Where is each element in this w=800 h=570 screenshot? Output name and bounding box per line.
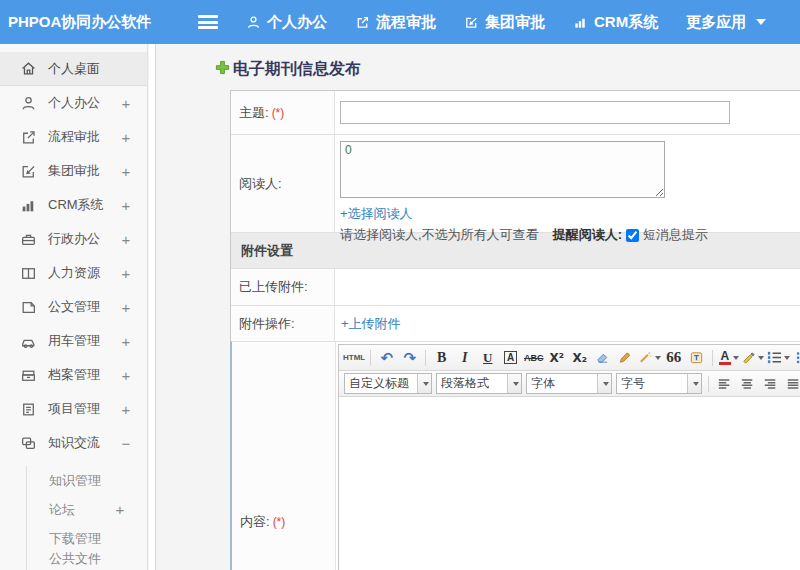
nav-item-crm-system[interactable]: CRM系统 bbox=[573, 13, 658, 32]
paste-text-icon[interactable] bbox=[686, 347, 707, 368]
expand-icon[interactable]: + bbox=[119, 401, 133, 418]
workflow-icon bbox=[20, 129, 37, 146]
auto-typeset-icon[interactable] bbox=[638, 347, 661, 368]
custom-title-dropdown[interactable]: 自定义标题 bbox=[344, 373, 432, 394]
sidebar-item-group-approval[interactable]: 集团审批 + bbox=[0, 154, 147, 188]
underline-button[interactable]: U bbox=[477, 347, 498, 368]
subject-input[interactable] bbox=[340, 101, 730, 124]
sidebar-item-label: 项目管理 bbox=[48, 400, 119, 418]
editor-content-area[interactable] bbox=[339, 397, 800, 570]
source-code-button[interactable]: HTML bbox=[343, 347, 365, 368]
expand-icon[interactable]: + bbox=[113, 501, 127, 518]
sidebar-item-label: 公文管理 bbox=[48, 298, 119, 316]
uploaded-attachments-value bbox=[335, 269, 800, 305]
rich-text-editor: HTML ↶ ↷ B I U A ABC X² X₂ bbox=[338, 344, 800, 570]
bold-button[interactable]: B bbox=[431, 347, 452, 368]
superscript-button[interactable]: X² bbox=[546, 347, 567, 368]
align-center-icon[interactable] bbox=[737, 373, 758, 394]
sidebar-subitem-public-file-cabinet[interactable]: 公共文件柜 bbox=[27, 553, 147, 570]
sidebar-subitem-forum[interactable]: 论坛 + bbox=[27, 495, 147, 524]
hamburger-menu-icon[interactable] bbox=[198, 15, 218, 29]
align-right-icon[interactable] bbox=[760, 373, 781, 394]
top-nav: 个人办公 流程审批 集团审批 CRM系统 更多应用 bbox=[246, 13, 766, 32]
required-mark: (*) bbox=[272, 106, 285, 120]
person-icon bbox=[20, 95, 37, 112]
document-icon bbox=[20, 299, 37, 316]
ordered-list-icon[interactable] bbox=[766, 347, 790, 368]
expand-icon[interactable]: + bbox=[119, 367, 133, 384]
sidebar-item-workflow-approval[interactable]: 流程审批 + bbox=[0, 120, 147, 154]
unordered-list-icon[interactable] bbox=[792, 347, 800, 368]
nav-item-workflow-approval[interactable]: 流程审批 bbox=[355, 13, 436, 32]
caret-down-icon[interactable] bbox=[417, 374, 431, 393]
sidebar-item-admin-office[interactable]: 行政办公 + bbox=[0, 222, 147, 256]
italic-button[interactable]: I bbox=[454, 347, 475, 368]
sidebar-item-crm-system[interactable]: CRM系统 + bbox=[0, 188, 147, 222]
sidebar-item-project-management[interactable]: 项目管理 + bbox=[0, 392, 147, 426]
sidebar-subitem-knowledge-management[interactable]: 知识管理 bbox=[27, 466, 147, 495]
caret-down-icon[interactable] bbox=[507, 374, 521, 393]
sidebar-item-human-resources[interactable]: 人力资源 + bbox=[0, 256, 147, 290]
page-title: 电子期刊信息发布 bbox=[215, 59, 361, 80]
caret-down-icon[interactable] bbox=[597, 374, 611, 393]
font-size-dropdown[interactable]: 字号 bbox=[616, 373, 702, 394]
sidebar-subitem-label: 公共文件柜 bbox=[49, 550, 113, 570]
font-family-dropdown[interactable]: 字体 bbox=[526, 373, 612, 394]
app-window: PHPOA协同办公软件 个人办公 流程审批 集团审批 CRM系统 更多应用 bbox=[0, 0, 800, 570]
sidebar-item-label: 集团审批 bbox=[48, 162, 119, 180]
expand-icon[interactable]: + bbox=[119, 163, 133, 180]
collapse-icon[interactable]: − bbox=[119, 435, 133, 452]
sms-remind-checkbox[interactable] bbox=[626, 229, 639, 242]
sidebar-item-personal-office[interactable]: 个人办公 + bbox=[0, 86, 147, 120]
eraser-icon[interactable] bbox=[592, 347, 613, 368]
select-readers-link[interactable]: +选择阅读人 bbox=[340, 205, 413, 223]
readers-row: 阅读人: 0 +选择阅读人 请选择阅读人,不选为所有人可查看 提醒阅读人: 短消… bbox=[231, 134, 800, 232]
font-color-button[interactable]: A bbox=[718, 347, 739, 368]
caret-down-icon[interactable] bbox=[687, 374, 701, 393]
nav-label: 流程审批 bbox=[376, 13, 436, 32]
paragraph-format-dropdown[interactable]: 段落格式 bbox=[436, 373, 522, 394]
add-plus-icon bbox=[215, 60, 230, 79]
expand-icon[interactable]: + bbox=[119, 231, 133, 248]
briefcase-icon bbox=[20, 231, 37, 248]
sidebar-item-document-management[interactable]: 公文管理 + bbox=[0, 290, 147, 324]
format-brush-icon[interactable] bbox=[615, 347, 636, 368]
sidebar-scrollbar[interactable] bbox=[149, 44, 156, 570]
blockquote-button[interactable]: 66 bbox=[663, 347, 684, 368]
font-border-button[interactable]: A bbox=[500, 347, 521, 368]
expand-icon[interactable]: + bbox=[119, 333, 133, 350]
sms-remind-label: 短消息提示 bbox=[643, 226, 708, 244]
expand-icon[interactable]: + bbox=[119, 265, 133, 282]
readers-textarea[interactable]: 0 bbox=[340, 141, 665, 198]
expand-icon[interactable]: + bbox=[119, 299, 133, 316]
nav-label: 个人办公 bbox=[267, 13, 327, 32]
editor-toolbar-row2: 自定义标题 段落格式 字体 字号 bbox=[339, 371, 800, 397]
nav-item-more-apps[interactable]: 更多应用 bbox=[686, 13, 766, 32]
nav-item-group-approval[interactable]: 集团审批 bbox=[464, 13, 545, 32]
align-left-icon[interactable] bbox=[714, 373, 735, 394]
upload-attachment-link[interactable]: +上传附件 bbox=[341, 315, 401, 333]
expand-icon[interactable]: + bbox=[119, 95, 133, 112]
sidebar-item-archive-management[interactable]: 档案管理 + bbox=[0, 358, 147, 392]
readers-hint-text: 请选择阅读人,不选为所有人可查看 bbox=[340, 226, 539, 244]
redo-icon[interactable]: ↷ bbox=[399, 347, 420, 368]
section-title: 附件设置 bbox=[241, 242, 293, 260]
workflow-icon bbox=[355, 15, 370, 30]
subscript-button[interactable]: X₂ bbox=[569, 347, 590, 368]
sidebar-item-vehicle-management[interactable]: 用车管理 + bbox=[0, 324, 147, 358]
expand-icon[interactable]: + bbox=[119, 129, 133, 146]
page-title-text: 电子期刊信息发布 bbox=[233, 59, 361, 80]
nav-item-personal-office[interactable]: 个人办公 bbox=[246, 13, 327, 32]
main-content: 电子期刊信息发布 主题: (*) 阅读人: 0 bbox=[157, 44, 800, 570]
expand-icon[interactable]: + bbox=[119, 197, 133, 214]
justify-icon[interactable] bbox=[783, 373, 800, 394]
nav-label: CRM系统 bbox=[594, 13, 658, 32]
top-header: PHPOA协同办公软件 个人办公 流程审批 集团审批 CRM系统 更多应用 bbox=[0, 0, 800, 44]
sidebar-item-label: 行政办公 bbox=[48, 230, 119, 248]
sidebar-item-personal-desktop[interactable]: 个人桌面 bbox=[0, 52, 147, 86]
undo-icon[interactable]: ↶ bbox=[376, 347, 397, 368]
strikethrough-button[interactable]: ABC bbox=[523, 347, 544, 368]
sidebar-item-knowledge-exchange[interactable]: 知识交流 − bbox=[0, 426, 147, 460]
sidebar-item-label: 档案管理 bbox=[48, 366, 119, 384]
highlight-pen-icon[interactable] bbox=[741, 347, 764, 368]
